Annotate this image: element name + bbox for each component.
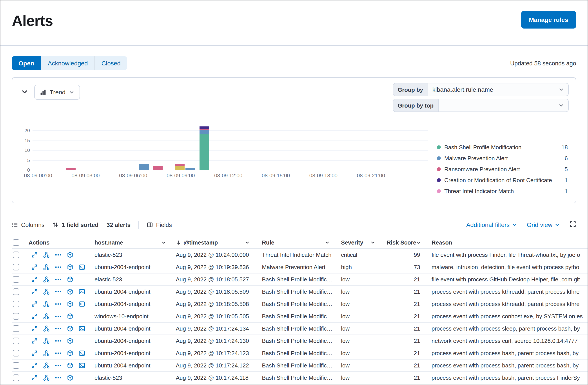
row-checkbox[interactable] — [13, 350, 19, 356]
analyze-event-icon[interactable] — [43, 338, 50, 344]
more-actions-icon[interactable] — [55, 301, 62, 307]
col-header-reason[interactable]: Reason — [424, 239, 588, 246]
chart-bar-segment[interactable] — [153, 166, 163, 170]
col-header-host-name[interactable]: host.name — [88, 239, 170, 246]
analyze-event-icon[interactable] — [43, 362, 50, 369]
chart-bar-segment[interactable] — [200, 128, 210, 130]
more-actions-icon[interactable] — [55, 264, 62, 270]
col-header-timestamp[interactable]: @timestamp — [170, 239, 253, 246]
tab-open[interactable]: Open — [12, 56, 41, 70]
chart-bar-segment[interactable] — [66, 168, 75, 170]
investigate-cube-icon[interactable] — [67, 264, 73, 270]
session-view-icon[interactable] — [79, 362, 85, 369]
row-actions — [27, 289, 88, 295]
analyze-event-icon[interactable] — [43, 289, 50, 295]
analyze-event-icon[interactable] — [43, 350, 50, 356]
analyze-event-icon[interactable] — [43, 374, 50, 381]
chart-bar-segment[interactable] — [200, 130, 210, 134]
sort-fields-button[interactable]: 1 field sorted — [53, 221, 99, 228]
row-checkbox[interactable] — [13, 374, 19, 381]
col-header-severity[interactable]: Severity — [333, 239, 379, 246]
expand-alert-icon[interactable] — [31, 325, 38, 332]
investigate-cube-icon[interactable] — [67, 251, 73, 258]
legend-item[interactable]: Bash Shell Profile Modification18 — [437, 142, 569, 153]
analyze-event-icon[interactable] — [43, 325, 50, 332]
investigate-cube-icon[interactable] — [67, 325, 73, 332]
more-actions-icon[interactable] — [55, 362, 62, 369]
expand-alert-icon[interactable] — [31, 289, 38, 295]
expand-alert-icon[interactable] — [31, 374, 38, 381]
col-header-risk-score[interactable]: Risk Score — [379, 239, 424, 246]
legend-item[interactable]: Malware Prevention Alert6 — [437, 153, 569, 164]
expand-alert-icon[interactable] — [31, 338, 38, 344]
expand-alert-icon[interactable] — [31, 251, 38, 258]
analyze-event-icon[interactable] — [43, 264, 50, 270]
analyze-event-icon[interactable] — [43, 313, 50, 320]
investigate-cube-icon[interactable] — [67, 338, 73, 344]
more-actions-icon[interactable] — [55, 251, 62, 258]
analyze-event-icon[interactable] — [43, 276, 50, 283]
row-checkbox[interactable] — [13, 362, 19, 369]
collapse-chart-button[interactable] — [19, 86, 30, 98]
row-checkbox[interactable] — [13, 313, 19, 320]
tab-closed[interactable]: Closed — [94, 56, 127, 70]
chart-type-select[interactable]: Trend — [34, 85, 80, 100]
session-view-icon[interactable] — [79, 289, 85, 295]
more-actions-icon[interactable] — [55, 313, 62, 320]
more-actions-icon[interactable] — [55, 338, 62, 344]
more-actions-icon[interactable] — [55, 276, 62, 283]
chart-bar-segment[interactable] — [186, 168, 195, 170]
fullscreen-button[interactable] — [569, 221, 576, 229]
expand-alert-icon[interactable] — [31, 313, 38, 320]
more-actions-icon[interactable] — [55, 374, 62, 381]
more-actions-icon[interactable] — [55, 325, 62, 332]
investigate-cube-icon[interactable] — [67, 276, 73, 283]
investigate-cube-icon[interactable] — [67, 362, 73, 369]
group-by-top-select[interactable]: Group by top — [393, 99, 569, 112]
tab-acknowledged[interactable]: Acknowledged — [41, 56, 94, 70]
group-by-select[interactable]: Group by kibana.alert.rule.name — [393, 83, 569, 96]
expand-alert-icon[interactable] — [31, 264, 38, 270]
row-checkbox[interactable] — [13, 325, 19, 332]
investigate-cube-icon[interactable] — [67, 374, 73, 381]
expand-alert-icon[interactable] — [31, 276, 38, 283]
row-checkbox[interactable] — [13, 289, 19, 295]
columns-button[interactable]: Columns — [12, 221, 45, 228]
analyze-event-icon[interactable] — [43, 251, 50, 258]
analyze-event-icon[interactable] — [43, 301, 50, 307]
chart-bar-segment[interactable] — [175, 164, 185, 166]
expand-alert-icon[interactable] — [31, 362, 38, 369]
chart-bar-segment[interactable] — [200, 134, 210, 170]
investigate-cube-icon[interactable] — [67, 301, 73, 307]
row-checkbox[interactable] — [13, 301, 19, 307]
expand-alert-icon[interactable] — [31, 350, 38, 356]
more-actions-icon[interactable] — [55, 289, 62, 295]
row-checkbox[interactable] — [13, 276, 19, 283]
investigate-cube-icon[interactable] — [67, 289, 73, 295]
row-checkbox[interactable] — [13, 264, 19, 270]
session-view-icon[interactable] — [79, 325, 85, 332]
more-actions-icon[interactable] — [55, 350, 62, 356]
chart-bar-segment[interactable] — [175, 166, 185, 170]
rule-cell: Bash Shell Profile Modification — [253, 289, 333, 295]
grid-view-button[interactable]: Grid view — [527, 221, 560, 228]
chart-bar-segment[interactable] — [200, 126, 210, 128]
chart-bar-segment[interactable] — [140, 164, 149, 170]
session-view-icon[interactable] — [79, 301, 85, 307]
session-view-icon[interactable] — [79, 350, 85, 356]
timestamp-cell: Aug 9, 2022 @ 10:17:24.134 — [170, 325, 253, 332]
col-header-rule[interactable]: Rule — [253, 239, 333, 246]
fields-button[interactable]: Fields — [147, 221, 172, 228]
expand-alert-icon[interactable] — [31, 301, 38, 307]
select-all-checkbox[interactable] — [13, 239, 19, 246]
manage-rules-button[interactable]: Manage rules — [521, 11, 576, 29]
investigate-cube-icon[interactable] — [67, 350, 73, 356]
legend-item[interactable]: Ransomware Prevention Alert5 — [437, 164, 569, 175]
legend-item[interactable]: Creation or Modification of Root Certifi… — [437, 175, 569, 186]
row-checkbox[interactable] — [13, 338, 19, 344]
legend-item[interactable]: Threat Intel Indicator Match1 — [437, 186, 569, 197]
session-view-icon[interactable] — [79, 264, 85, 270]
investigate-cube-icon[interactable] — [67, 313, 73, 320]
additional-filters-button[interactable]: Additional filters — [466, 221, 517, 228]
row-checkbox[interactable] — [13, 251, 19, 258]
